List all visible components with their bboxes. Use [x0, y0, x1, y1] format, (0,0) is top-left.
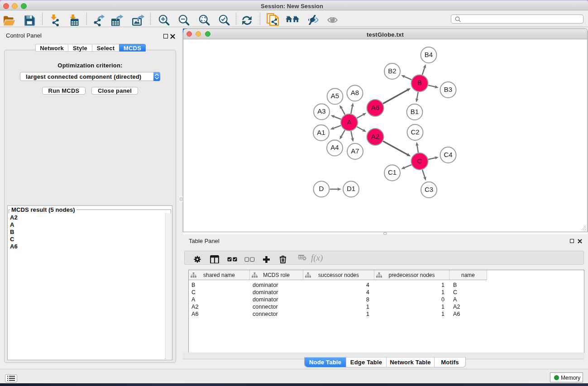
- svg-text:C: C: [417, 157, 422, 165]
- svg-text:B4: B4: [425, 51, 433, 58]
- svg-text:A5: A5: [331, 92, 339, 100]
- svg-text:C4: C4: [444, 151, 452, 158]
- svg-text:A6: A6: [371, 104, 379, 111]
- svg-text:A7: A7: [351, 147, 359, 155]
- svg-text:A: A: [347, 118, 351, 126]
- svg-text:A4: A4: [330, 143, 339, 151]
- svg-text:A2: A2: [371, 133, 379, 140]
- svg-text:A3: A3: [317, 107, 325, 115]
- svg-text:B: B: [417, 79, 422, 86]
- svg-text:D: D: [319, 185, 324, 192]
- svg-text:A8: A8: [351, 89, 359, 96]
- svg-text:B1: B1: [411, 108, 419, 115]
- svg-text:B3: B3: [444, 86, 452, 93]
- svg-text:A1: A1: [317, 129, 325, 136]
- svg-text:C2: C2: [411, 128, 419, 136]
- svg-text:C3: C3: [425, 186, 433, 193]
- svg-text:C1: C1: [388, 168, 397, 176]
- svg-text:B2: B2: [388, 67, 396, 75]
- svg-text:D1: D1: [347, 185, 355, 192]
